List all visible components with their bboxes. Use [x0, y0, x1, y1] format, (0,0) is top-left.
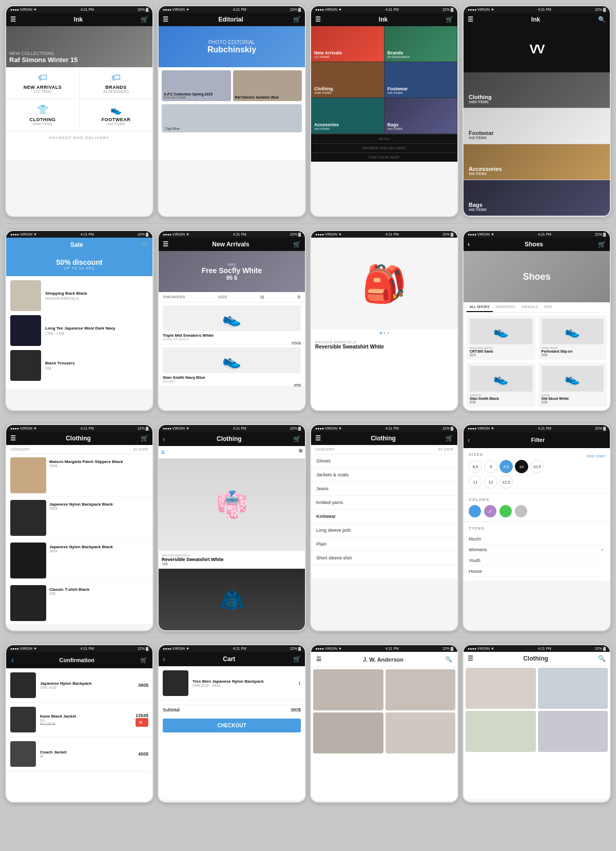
vv-clothing[interactable]: Clothing 3456 ITEMS [464, 72, 610, 108]
filter-size[interactable]: SIZE [218, 295, 227, 299]
search-icon-jwa[interactable]: 🔍 [445, 656, 452, 663]
nav-brands[interactable]: 🏷 Brands 39 DESIGNERS [80, 67, 152, 99]
editorial-card-1[interactable]: A.P.C Collection Spring 2015 COLLECTIONS [162, 70, 231, 101]
payment-footer-1[interactable]: PAYMENT AND DELIVERY [6, 131, 152, 144]
menu-icon-4[interactable]: ☰ [468, 16, 473, 23]
footer-blog[interactable]: BLOG [311, 134, 457, 143]
jwa-item-3[interactable] [313, 712, 383, 753]
size-chart-link[interactable]: Size chart [586, 454, 605, 458]
editorial-wide-card[interactable]: Cap Blue [162, 104, 302, 132]
filter-category[interactable]: CATEGORY [10, 448, 30, 451]
filter-list-icon[interactable]: ≡ [161, 448, 165, 456]
tab-sandals[interactable]: SANDALS [518, 302, 542, 312]
menu-icon-3[interactable]: ☰ [315, 16, 321, 23]
cf-category[interactable]: CATEGORY [315, 448, 335, 451]
clast-item-2[interactable] [538, 668, 608, 709]
filter-sneakers[interactable]: SNEAKERS [163, 295, 185, 299]
size-8-5[interactable]: 8,5 [469, 460, 482, 473]
jwa-item-1[interactable] [313, 669, 383, 710]
footer-shop[interactable]: FIND YOUR SHOP [311, 152, 457, 162]
tab-all-shoes[interactable]: ALL SHOES [467, 302, 493, 312]
grid-icon-cd[interactable]: ⊞ [299, 448, 303, 453]
cat-footwear[interactable]: Footwear 443 ITEMS [384, 62, 458, 98]
list-view-icon[interactable]: ▤ [260, 295, 264, 299]
clast-item-4[interactable] [538, 711, 608, 752]
type-muzin[interactable]: Muzin [469, 534, 605, 545]
back-cd[interactable]: ‹ [163, 435, 165, 443]
back-filter[interactable]: ‹ [468, 436, 470, 444]
cf-by-date[interactable]: BY DATE [438, 448, 453, 451]
back-cart[interactable]: ‹ [163, 655, 165, 663]
color-green[interactable] [499, 505, 512, 517]
cat-jeans[interactable]: Jeans [311, 482, 457, 496]
cat-accessories[interactable]: Accesories 443 ITEMS [311, 98, 384, 134]
cat-jackets[interactable]: Jackets & coats [311, 468, 457, 482]
search-icon-clast[interactable]: 🔍 [598, 655, 606, 662]
sale-item-1[interactable]: Shopping Back Black MAISON MARGIELA [10, 280, 148, 311]
size-10[interactable]: 10 [515, 460, 528, 473]
type-house[interactable]: House [469, 566, 605, 577]
menu-icon-2[interactable]: ☰ [163, 16, 168, 23]
color-gray[interactable] [515, 505, 527, 517]
cart-icon-3[interactable]: 🛒 [446, 16, 453, 23]
nav-clothing[interactable]: 👕 Clothing 3456 ITEMS [6, 99, 79, 131]
menu-icon-jwa[interactable]: ☰ [316, 656, 321, 663]
search-icon-4[interactable]: 🔍 [598, 16, 606, 23]
color-purple-selected[interactable]: ✓ [484, 505, 496, 517]
sneaker-item-1[interactable]: 👟 Triple Mid Sneakers White ACNE STUDIOS… [159, 302, 305, 344]
conf-item-1[interactable]: Japanese Nylon Backpack ONE SIZE 380$ [6, 668, 152, 703]
delete-btn[interactable]: ✕ [136, 718, 148, 727]
cart-icon-1[interactable]: 🛒 [141, 16, 148, 23]
shoe-item-4[interactable]: 👟 VANS Old Skool White 65$ [538, 363, 607, 407]
size-9[interactable]: 9 [484, 460, 497, 473]
cat-new-arrivals[interactable]: New Arrivals 113 ITEMS [311, 26, 384, 62]
clothing-item-4[interactable]: Classic T-shirt Black 38$ [6, 582, 152, 625]
cat-brands[interactable]: Brands 39 DESIGNERS [384, 26, 458, 62]
clothing-item-1[interactable]: Maison Margiela Patch Slippers Black 290… [6, 454, 152, 497]
cat-bags[interactable]: Bags 443 ITEMS [384, 98, 458, 134]
size-11[interactable]: 11 [469, 475, 482, 489]
shoe-item-2[interactable]: 👟 TRÈS BIEN Perforated Slip-on 30$ [538, 316, 607, 360]
cart-icon-na[interactable]: 🛒 [293, 241, 301, 248]
clast-item-1[interactable] [466, 668, 536, 709]
cart-icon-cl[interactable]: 🛒 [141, 435, 148, 442]
vv-bags[interactable]: Bags 443 ITEMS [464, 180, 610, 216]
cart-icon-sale[interactable]: 🛒 [141, 241, 148, 248]
type-womens[interactable]: Womens ✓ [469, 545, 605, 555]
tab-bro[interactable]: BRO [541, 302, 555, 312]
cat-gloves[interactable]: Gloves [311, 454, 457, 468]
nav-footwear[interactable]: 👟 Footwear 443 ITEMS [80, 99, 152, 131]
cart-conf[interactable]: 🛒 [140, 657, 147, 664]
menu-icon-na[interactable]: ☰ [163, 241, 168, 248]
footer-payment[interactable]: PAYMENT AND DELIVERY [311, 143, 457, 152]
tab-sneakers[interactable]: SNEAKERS [493, 302, 518, 312]
cat-knitwear[interactable]: Knitwear [311, 510, 457, 524]
vv-footwear[interactable]: Footwear 443 ITEMS [464, 108, 610, 144]
clothing-item-3[interactable]: Japanese Nylon Backpack Black 380$ [6, 539, 152, 582]
vv-accessories[interactable]: Accessories 643 ITEMS [464, 144, 610, 180]
sale-item-2[interactable]: Long Tee Japanese Wool Dark Navy 130$ - … [10, 315, 148, 346]
back-shoes[interactable]: ‹ [468, 241, 470, 248]
editorial-card-2[interactable]: Raf Simons Summer Blue [233, 70, 302, 101]
cat-long-polo[interactable]: Long sleeve polo [311, 524, 457, 537]
menu-icon-clast[interactable]: ☰ [468, 655, 473, 662]
conf-item-2[interactable]: Kane Black Jacket S/L Px 1354$ 1354$ ✕ [6, 703, 152, 737]
cart-shoes[interactable]: 🛒 [598, 241, 606, 248]
cat-clothing[interactable]: Clothing 3456 ITEMS [311, 62, 384, 98]
nav-new-arrivals[interactable]: 🏷 New Arrivals 113 ITEMS [6, 67, 79, 99]
cart-icon-cd[interactable]: 🛒 [293, 435, 301, 442]
size-10-5[interactable]: 10,5 [530, 460, 544, 473]
size-12[interactable]: 12 [484, 475, 497, 489]
cd-item-2[interactable]: 🧥 [159, 569, 305, 630]
shoe-item-1[interactable]: 👟 NEW BALANCE CRT300 Sand $15 [467, 316, 535, 360]
type-youth[interactable]: Youth [469, 555, 605, 566]
cd-item-1[interactable]: 👘 MAISON MARGIELA Reversible Sweatshirt … [159, 458, 305, 569]
shoe-item-3[interactable]: 👟 ADIDAS Stan Smith Black 85$ [467, 363, 535, 407]
menu-icon-cl[interactable]: ☰ [10, 435, 16, 442]
grid-view-icon[interactable]: ⊞ [297, 295, 301, 299]
size-12-5[interactable]: 12,5 [499, 475, 513, 489]
back-conf[interactable]: ‹ [11, 656, 14, 664]
checkout-btn[interactable]: CHECKOUT [163, 719, 301, 732]
clast-item-3[interactable] [466, 711, 536, 752]
cat-plain[interactable]: Plain [311, 537, 457, 551]
